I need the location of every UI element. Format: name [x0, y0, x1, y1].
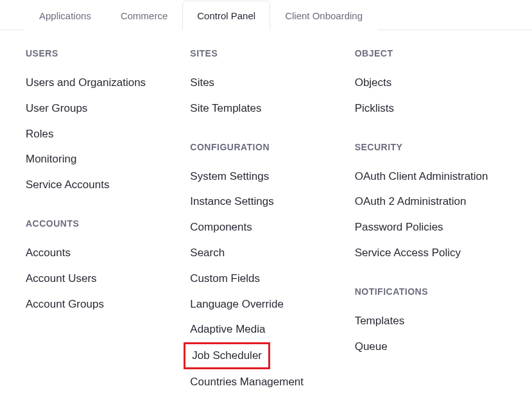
section-header-users: USERS — [26, 48, 177, 58]
section-object: OBJECT Objects Picklists — [355, 48, 506, 121]
section-header-configuration: CONFIGURATION — [190, 142, 341, 152]
menu-item-roles[interactable]: Roles — [26, 121, 177, 147]
section-header-accounts: ACCOUNTS — [26, 218, 177, 229]
tab-bar: Applications Commerce Control Panel Clie… — [0, 0, 532, 30]
menu-item-sites[interactable]: Sites — [190, 70, 341, 96]
menu-item-search[interactable]: Search — [190, 240, 341, 266]
menu-item-site-templates[interactable]: Site Templates — [190, 96, 341, 121]
menu-item-user-groups[interactable]: User Groups — [26, 96, 177, 121]
section-header-notifications: NOTIFICATIONS — [355, 286, 506, 297]
menu-item-components[interactable]: Components — [190, 214, 341, 240]
section-security: SECURITY OAuth Client Administration OAu… — [355, 142, 506, 266]
menu-item-instance-settings[interactable]: Instance Settings — [190, 189, 341, 214]
menu-item-oauth-client-administration[interactable]: OAuth Client Administration — [355, 164, 506, 189]
section-notifications: NOTIFICATIONS Templates Queue — [355, 286, 506, 360]
column-1: USERS Users and Organizations User Group… — [26, 48, 177, 411]
menu-item-service-accounts[interactable]: Service Accounts — [26, 172, 177, 198]
tab-commerce[interactable]: Commerce — [106, 1, 182, 30]
menu-item-queue[interactable]: Queue — [355, 334, 506, 360]
tab-applications[interactable]: Applications — [24, 1, 106, 30]
menu-item-account-users[interactable]: Account Users — [26, 266, 177, 292]
menu-item-countries-management[interactable]: Countries Management — [190, 369, 341, 395]
section-configuration: CONFIGURATION System Settings Instance S… — [190, 142, 341, 395]
menu-item-system-settings[interactable]: System Settings — [190, 164, 341, 189]
menu-item-custom-fields[interactable]: Custom Fields — [190, 266, 341, 292]
menu-item-oauth-2-administration[interactable]: OAuth 2 Administration — [355, 189, 506, 214]
menu-item-account-groups[interactable]: Account Groups — [26, 292, 177, 317]
menu-item-users-and-organizations[interactable]: Users and Organizations — [26, 70, 177, 96]
menu-item-accounts[interactable]: Accounts — [26, 240, 177, 266]
section-header-security: SECURITY — [355, 142, 506, 152]
menu-item-templates[interactable]: Templates — [355, 308, 506, 334]
menu-item-service-access-policy[interactable]: Service Access Policy — [355, 240, 506, 266]
menu-item-objects[interactable]: Objects — [355, 70, 506, 96]
tab-control-panel[interactable]: Control Panel — [182, 1, 270, 30]
column-2: SITES Sites Site Templates CONFIGURATION… — [190, 48, 341, 411]
menu-item-password-policies[interactable]: Password Policies — [355, 214, 506, 240]
section-accounts: ACCOUNTS Accounts Account Users Account … — [26, 218, 177, 317]
tab-client-onboarding[interactable]: Client Onboarding — [270, 1, 377, 30]
section-header-sites: SITES — [190, 48, 341, 58]
control-panel-menu: USERS Users and Organizations User Group… — [0, 30, 532, 411]
menu-item-picklists[interactable]: Picklists — [355, 96, 506, 121]
menu-item-job-scheduler[interactable]: Job Scheduler — [184, 342, 270, 369]
section-header-object: OBJECT — [355, 48, 506, 58]
menu-item-monitoring[interactable]: Monitoring — [26, 146, 177, 172]
section-sites: SITES Sites Site Templates — [190, 48, 341, 121]
column-3: OBJECT Objects Picklists SECURITY OAuth … — [355, 48, 506, 411]
menu-item-language-override[interactable]: Language Override — [190, 292, 341, 317]
section-users: USERS Users and Organizations User Group… — [26, 48, 177, 198]
menu-item-adaptive-media[interactable]: Adaptive Media — [190, 317, 341, 342]
